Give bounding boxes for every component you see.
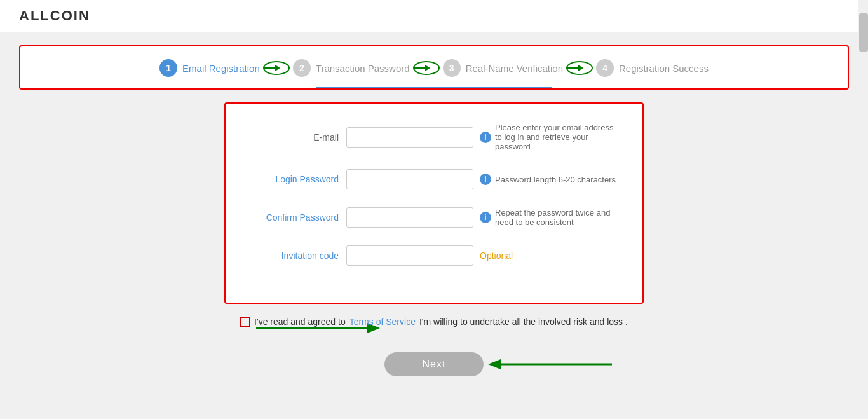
step-3: 3 Real-Name Verification bbox=[443, 59, 563, 77]
confirm-password-row: Confirm Password i Repeat the password t… bbox=[251, 207, 617, 228]
arrow-to-next bbox=[485, 355, 612, 374]
agreement-suffix: I'm willing to undertake all the involve… bbox=[419, 317, 628, 327]
scrollbar-thumb[interactable] bbox=[859, 13, 868, 52]
email-hint: i Please enter your email address to log… bbox=[480, 123, 617, 151]
agreement-prefix: I've read and agreed to bbox=[254, 317, 346, 327]
confirm-password-hint-text: Repeat the password twice and need to be… bbox=[495, 208, 617, 227]
step-1-circle: 1 bbox=[159, 59, 177, 77]
svg-marker-12 bbox=[488, 359, 501, 369]
login-password-hint: i Password length 6-20 characters bbox=[480, 174, 617, 185]
step-2-label: Transaction Password bbox=[316, 63, 410, 74]
email-input[interactable] bbox=[346, 127, 473, 148]
steps-panel: 1 Email Registration 2 Transaction Passw… bbox=[19, 45, 849, 90]
invitation-code-label: Invitation code bbox=[251, 251, 346, 261]
form-panel: E-mail i Please enter your email address… bbox=[224, 102, 644, 304]
invitation-code-input[interactable] bbox=[346, 245, 473, 266]
agreement-checkbox[interactable] bbox=[240, 317, 250, 327]
logo: ALLCOIN bbox=[19, 8, 849, 24]
login-password-input[interactable] bbox=[346, 169, 473, 189]
email-hint-icon: i bbox=[480, 132, 491, 143]
step-3-circle: 3 bbox=[443, 59, 461, 77]
step-4-number: 4 bbox=[602, 63, 607, 73]
email-label: E-mail bbox=[251, 132, 346, 142]
arrow-1-2 bbox=[262, 60, 290, 76]
invitation-code-row: Invitation code Optional bbox=[251, 245, 617, 266]
step-4-label: Registration Success bbox=[619, 63, 709, 74]
step-1: 1 Email Registration bbox=[159, 59, 260, 77]
header: ALLCOIN bbox=[0, 0, 868, 32]
scrollbar[interactable] bbox=[858, 0, 868, 419]
step-2: 2 Transaction Password bbox=[293, 59, 410, 77]
step-3-number: 3 bbox=[449, 63, 454, 73]
step-3-label: Real-Name Verification bbox=[466, 63, 563, 74]
arrow-2-3 bbox=[412, 60, 440, 76]
confirm-password-hint-icon: i bbox=[480, 212, 491, 223]
main-content: 1 Email Registration 2 Transaction Passw… bbox=[0, 32, 868, 402]
confirm-password-label: Confirm Password bbox=[251, 212, 346, 223]
login-password-hint-text: Password length 6-20 characters bbox=[495, 175, 616, 184]
email-row: E-mail i Please enter your email address… bbox=[251, 123, 617, 151]
step-underline bbox=[316, 87, 552, 88]
next-button[interactable]: Next bbox=[384, 352, 484, 376]
terms-of-service-link[interactable]: Terms of Service bbox=[349, 317, 416, 327]
step-4-circle: 4 bbox=[596, 59, 614, 77]
next-button-wrapper: Next bbox=[19, 352, 849, 376]
step-1-label: Email Registration bbox=[182, 63, 260, 74]
login-password-label: Login Password bbox=[251, 174, 346, 184]
logo-text: ALLCOIN bbox=[19, 8, 90, 24]
optional-text: Optional bbox=[480, 251, 513, 261]
login-password-row: Login Password i Password length 6-20 ch… bbox=[251, 169, 617, 189]
step-1-number: 1 bbox=[166, 63, 171, 73]
step-4: 4 Registration Success bbox=[596, 59, 709, 77]
agreement-row: I've read and agreed to Terms of Service… bbox=[240, 317, 628, 327]
confirm-password-input[interactable] bbox=[346, 207, 473, 228]
step-2-number: 2 bbox=[299, 63, 304, 73]
arrow-3-4 bbox=[566, 60, 593, 76]
login-password-hint-icon: i bbox=[480, 174, 491, 185]
step-2-circle: 2 bbox=[293, 59, 311, 77]
confirm-password-hint: i Repeat the password twice and need to … bbox=[480, 208, 617, 227]
email-hint-text: Please enter your email address to log i… bbox=[495, 123, 617, 151]
steps-row: 1 Email Registration 2 Transaction Passw… bbox=[39, 59, 829, 87]
